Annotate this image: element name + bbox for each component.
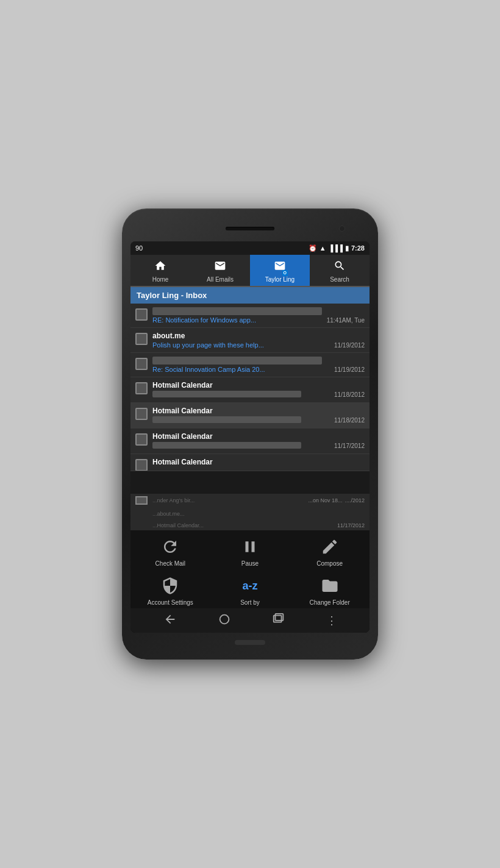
- email-content: Re: Social Innovation Camp Asia 20... 11…: [152, 357, 365, 373]
- nav-tabs: Home All Emails O: [130, 255, 370, 287]
- account-settings-label: Account Settings: [148, 599, 193, 606]
- signal-icon: ▐▐▐: [329, 244, 343, 252]
- tab-search[interactable]: Search: [310, 255, 370, 286]
- email-checkbox[interactable]: [135, 333, 148, 345]
- physical-home-button[interactable]: [235, 640, 265, 645]
- email-row-bottom: 11/18/2012: [152, 391, 365, 399]
- sort-by-button[interactable]: a-z Sort by: [226, 574, 274, 606]
- list-item[interactable]: about.me Polish up your page with these …: [130, 328, 370, 353]
- email-content: Hotmail Calendar 11/18/2012: [152, 407, 365, 424]
- email-sender: about.me: [152, 332, 365, 340]
- list-item[interactable]: Hotmail Calendar 11/17/2012: [130, 429, 370, 454]
- email-checkbox[interactable]: [135, 433, 148, 446]
- tab-home-label: Home: [152, 276, 169, 283]
- alarm-icon: ⏰: [309, 244, 317, 252]
- email-checkbox[interactable]: [135, 308, 148, 321]
- email-subject: RE: Notification for Windows app...: [152, 316, 256, 324]
- battery-icon: ▮: [345, 244, 349, 252]
- email-subject: Re: Social Innovation Camp Asia 20...: [152, 366, 265, 373]
- email-date: 11/19/2012: [334, 342, 365, 349]
- sort-by-label: Sort by: [240, 599, 260, 606]
- menu-button[interactable]: ⋮: [326, 614, 337, 627]
- menu-row-2: Account Settings a-z Sort by: [130, 569, 370, 608]
- email-sender-blurred: [152, 357, 322, 365]
- email-behind-menu-3: ...Hotmail Calendar... 11/17/2012: [130, 521, 370, 530]
- status-time: 7:28: [351, 244, 365, 252]
- wifi-icon: ▲: [320, 244, 326, 252]
- check-mail-label: Check Mail: [155, 560, 185, 567]
- refresh-icon: [159, 535, 182, 558]
- email-content: RE: Notification for Windows app... 11:4…: [152, 307, 365, 324]
- phone-device: 90 ⏰ ▲ ▐▐▐ ▮ 7:28 Home: [122, 208, 378, 660]
- email-subject-blurred: [152, 416, 301, 423]
- phone-bottom: [130, 636, 370, 649]
- check-mail-button[interactable]: Check Mail: [146, 535, 195, 567]
- email-date: 11:41AM, Tue: [327, 317, 365, 324]
- phone-speaker: [226, 227, 274, 230]
- email-subject-blurred: [152, 391, 301, 397]
- email-row-bottom: Re: Social Innovation Camp Asia 20... 11…: [152, 366, 365, 373]
- email-checkbox[interactable]: [135, 358, 148, 370]
- tab-all-emails-label: All Emails: [207, 276, 234, 283]
- email-content: Hotmail Calendar: [152, 458, 365, 468]
- phone-screen: 90 ⏰ ▲ ▐▐▐ ▮ 7:28 Home: [130, 241, 370, 633]
- change-folder-button[interactable]: Change Folder: [305, 574, 354, 606]
- email-row-bottom: 11/18/2012: [152, 416, 365, 424]
- email-row-bottom: RE: Notification for Windows app... 11:4…: [152, 316, 365, 324]
- back-button[interactable]: [163, 613, 177, 629]
- email-sender: Hotmail Calendar: [152, 458, 365, 466]
- pause-icon: [238, 535, 262, 558]
- email-date: 11/17/2012: [334, 443, 365, 449]
- outlook-icon: O: [274, 260, 286, 275]
- email-row-bottom: Polish up your page with these help... 1…: [152, 341, 365, 349]
- az-sort-icon: a-z: [238, 574, 262, 597]
- list-item[interactable]: Hotmail Calendar 11/18/2012: [130, 403, 370, 429]
- inbox-header: Taylor Ling - Inbox: [130, 287, 370, 304]
- android-nav: ⋮: [130, 608, 370, 633]
- compose-label: Compose: [316, 560, 343, 567]
- email-content: about.me Polish up your page with these …: [152, 332, 365, 349]
- inbox-title: Taylor Ling - Inbox: [137, 291, 207, 300]
- tab-taylor-ling-label: Taylor Ling: [265, 276, 295, 283]
- email-sender: Hotmail Calendar: [152, 407, 365, 415]
- list-item[interactable]: RE: Notification for Windows app... 11:4…: [130, 304, 370, 328]
- email-checkbox[interactable]: [135, 408, 148, 420]
- tab-all-emails[interactable]: All Emails: [190, 255, 250, 286]
- list-item[interactable]: Hotmail Calendar 11/18/2012: [130, 377, 370, 403]
- tab-home[interactable]: Home: [130, 255, 190, 286]
- home-button[interactable]: [218, 613, 231, 629]
- email-date: 11/18/2012: [334, 391, 365, 398]
- email-subject-blurred: [152, 442, 301, 449]
- list-item[interactable]: Re: Social Innovation Camp Asia 20... 11…: [130, 353, 370, 377]
- phone-top-bar: [130, 219, 370, 238]
- email-behind-menu-2: ...about.me...: [130, 507, 370, 521]
- email-checkbox[interactable]: [135, 459, 148, 471]
- compose-icon: [318, 535, 341, 558]
- pause-label: Pause: [241, 560, 259, 567]
- svg-point-0: [220, 614, 229, 624]
- menu-row-1: Check Mail Pause: [130, 530, 370, 569]
- settings-icon: [159, 574, 182, 597]
- email-sender: Hotmail Calendar: [152, 432, 365, 441]
- home-icon: [154, 260, 166, 275]
- email-checkbox[interactable]: [135, 382, 148, 394]
- email-behind-menu: ...nder Ang's bir... ...on Nov 18... ...…: [130, 494, 370, 507]
- email-date: 11/19/2012: [334, 366, 365, 373]
- email-subject: Polish up your page with these help...: [152, 341, 264, 349]
- tab-taylor-ling[interactable]: O Taylor Ling: [250, 255, 310, 286]
- status-bar: 90 ⏰ ▲ ▐▐▐ ▮ 7:28: [130, 241, 370, 255]
- compose-button[interactable]: Compose: [305, 535, 354, 567]
- recents-button[interactable]: [272, 613, 285, 629]
- email-date: 11/18/2012: [334, 417, 365, 424]
- pause-button[interactable]: Pause: [226, 535, 274, 567]
- email-list-container: RE: Notification for Windows app... 11:4…: [130, 304, 370, 633]
- tab-search-label: Search: [330, 276, 349, 283]
- account-settings-button[interactable]: Account Settings: [146, 574, 195, 606]
- list-item[interactable]: Hotmail Calendar: [130, 454, 370, 471]
- email-content: Hotmail Calendar 11/18/2012: [152, 381, 365, 399]
- email-row-bottom: 11/17/2012: [152, 442, 365, 450]
- status-notification-count: 90: [135, 244, 143, 252]
- bottom-menu: ...nder Ang's bir... ...on Nov 18... ...…: [130, 494, 370, 633]
- email-list[interactable]: RE: Notification for Windows app... 11:4…: [130, 304, 370, 494]
- email-content: Hotmail Calendar 11/17/2012: [152, 432, 365, 450]
